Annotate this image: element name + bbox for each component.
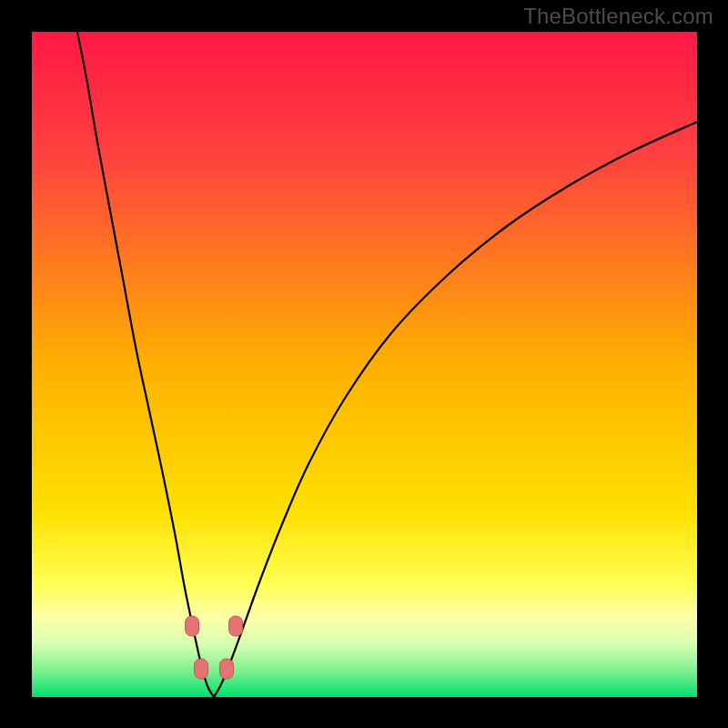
value-marker	[186, 616, 199, 636]
chart-frame: TheBottleneck.com	[0, 0, 728, 728]
value-marker	[229, 616, 243, 636]
gradient-background	[32, 32, 697, 697]
value-marker	[195, 659, 208, 679]
value-marker	[220, 659, 234, 679]
watermark-text: TheBottleneck.com	[523, 4, 713, 29]
bottleneck-chart	[32, 32, 697, 697]
